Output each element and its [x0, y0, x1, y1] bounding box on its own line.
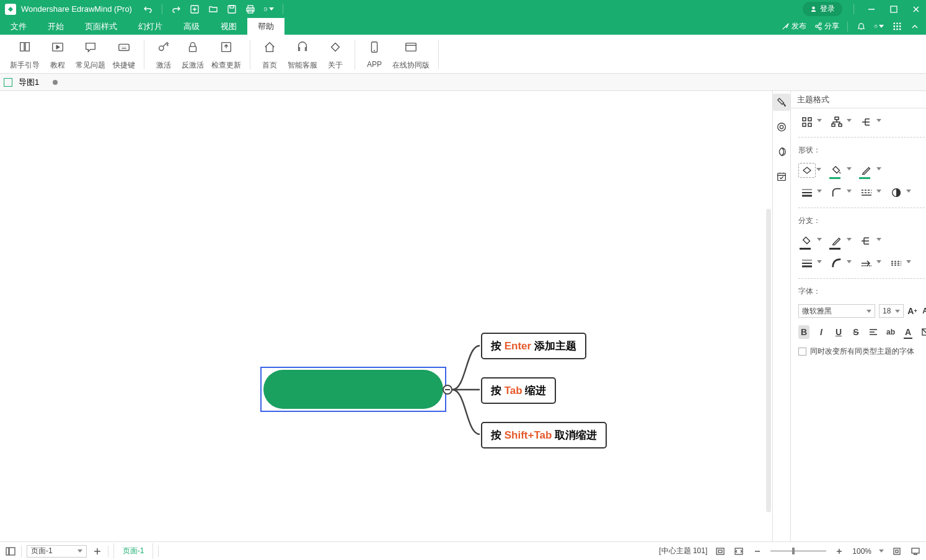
zoom-percent[interactable]: 100% [852, 547, 871, 556]
btn-guide[interactable]: 新手引导 [6, 39, 43, 72]
branch-border-button[interactable] [828, 234, 845, 248]
document-tabs: 导图1 [0, 74, 926, 91]
btn-web[interactable]: 在线协同版 [389, 39, 433, 72]
doc-tab-1[interactable]: 导图1 [19, 77, 39, 88]
branch-end-button[interactable] [888, 256, 905, 271]
btn-faq[interactable]: 常见问题 [72, 39, 109, 72]
font-increase-icon[interactable]: A+ [907, 306, 917, 316]
panel-layout-icon[interactable] [773, 143, 790, 160]
corner-button[interactable] [828, 185, 845, 200]
outline-view-icon[interactable] [5, 546, 16, 557]
publish-button[interactable]: 发布 [782, 21, 806, 32]
branch-start-button[interactable] [858, 256, 875, 271]
layout-radial-button[interactable] [798, 115, 816, 129]
btn-deactivate[interactable]: 反激活 [178, 39, 208, 72]
central-topic[interactable] [260, 367, 446, 412]
fit-width-icon[interactable] [733, 546, 744, 557]
collapse-ribbon-icon[interactable] [910, 22, 920, 32]
align-button[interactable] [868, 325, 879, 339]
menu-advanced[interactable]: 高级 [173, 18, 210, 35]
menu-bar: 文件 开始 页面样式 幻灯片 高级 视图 帮助 发布 分享 [0, 18, 926, 35]
new-icon[interactable] [190, 4, 200, 14]
save-icon[interactable] [227, 4, 237, 14]
login-button[interactable]: 登录 [803, 2, 842, 16]
menu-slides[interactable]: 幻灯片 [128, 18, 173, 35]
lock-icon [186, 40, 200, 54]
shape-type-button[interactable] [798, 163, 816, 178]
shadow-button[interactable] [888, 185, 905, 200]
subtopic-1[interactable]: 按 Enter 添加主题 [481, 333, 586, 359]
underline-button[interactable]: U [833, 325, 844, 339]
branch-connector-button[interactable] [858, 234, 875, 248]
chat-icon [84, 40, 97, 54]
zoom-slider[interactable] [770, 550, 826, 552]
open-icon[interactable] [208, 4, 218, 14]
btn-update[interactable]: 检查更新 [208, 39, 245, 72]
branch-fill-button[interactable] [798, 234, 816, 248]
btn-shortcuts[interactable]: 快捷键 [109, 39, 139, 72]
strike-button[interactable]: S [850, 325, 862, 339]
page-select[interactable]: 页面-1 [27, 545, 87, 558]
btn-activate[interactable]: 激活 [149, 39, 178, 72]
font-family-select[interactable]: 微软雅黑 [798, 304, 875, 318]
highlight-button[interactable] [920, 325, 926, 339]
border-dash-button[interactable] [858, 185, 875, 200]
layout-tree-button[interactable] [828, 115, 845, 129]
btn-about[interactable]: 关于 [321, 39, 350, 72]
panel-style-icon[interactable] [773, 94, 790, 111]
add-page-icon[interactable] [92, 546, 103, 557]
close-icon[interactable] [911, 4, 921, 14]
redo-icon[interactable] [171, 4, 181, 14]
minimize-icon[interactable] [866, 4, 876, 14]
border-color-button[interactable] [858, 163, 875, 178]
branch-weight-button[interactable] [798, 256, 816, 271]
svg-rect-41 [6, 548, 9, 555]
undo-icon[interactable] [143, 4, 153, 14]
italic-button[interactable]: I [816, 325, 827, 339]
fit-page-icon[interactable] [715, 546, 726, 557]
svg-point-24 [159, 46, 164, 50]
menu-help[interactable]: 帮助 [247, 18, 284, 35]
help-icon[interactable] [874, 22, 884, 32]
share-button[interactable]: 分享 [814, 21, 839, 32]
apps-icon[interactable] [892, 22, 902, 32]
btn-support[interactable]: 智能客服 [284, 39, 321, 72]
print-icon[interactable] [245, 4, 255, 14]
menu-start[interactable]: 开始 [37, 18, 74, 35]
doc-icon [4, 78, 12, 87]
bell-icon[interactable] [856, 22, 866, 32]
collapse-children-icon[interactable] [443, 385, 452, 395]
vertical-scrollbar[interactable] [766, 209, 771, 512]
branch-curve-button[interactable] [828, 256, 845, 271]
page-tab-1[interactable]: 页面-1 [113, 543, 154, 559]
menu-view[interactable]: 视图 [210, 18, 247, 35]
export-icon[interactable] [264, 4, 274, 14]
font-decrease-icon[interactable]: A- [921, 306, 926, 316]
font-color-button[interactable]: A [902, 325, 914, 339]
panel-page-icon[interactable] [773, 118, 790, 136]
apply-similar-checkbox[interactable] [798, 348, 806, 356]
svg-rect-37 [832, 124, 835, 126]
canvas[interactable]: 按 Enter 添加主题 按 Tab 缩进 按 Shift+Tab 取消缩进 [0, 91, 772, 541]
btn-tutorial[interactable]: 教程 [43, 39, 72, 72]
font-size-select[interactable]: 18 [879, 304, 904, 318]
bold-button[interactable]: B [798, 325, 809, 339]
case-button[interactable]: ab [885, 325, 896, 339]
menu-page-style[interactable]: 页面样式 [74, 18, 128, 35]
layout-org-button[interactable] [858, 115, 875, 129]
panel-task-icon[interactable] [773, 168, 790, 185]
btn-home[interactable]: 首页 [255, 39, 284, 72]
fill-color-button[interactable] [828, 163, 845, 178]
panel-title: 主题格式 [797, 94, 829, 105]
zoom-out-icon[interactable] [752, 546, 763, 557]
present-icon[interactable] [910, 546, 921, 557]
menu-file[interactable]: 文件 [0, 18, 37, 35]
subtopic-2[interactable]: 按 Tab 缩进 [481, 377, 556, 404]
status-bar: 页面-1 页面-1 [中心主题 101] 100% [0, 541, 926, 560]
fullscreen-icon[interactable] [891, 546, 902, 557]
border-weight-button[interactable] [798, 185, 816, 200]
subtopic-3[interactable]: 按 Shift+Tab 取消缩进 [481, 422, 607, 448]
zoom-in-icon[interactable] [834, 546, 845, 557]
maximize-icon[interactable] [889, 4, 899, 14]
btn-app[interactable]: APP [360, 39, 389, 70]
